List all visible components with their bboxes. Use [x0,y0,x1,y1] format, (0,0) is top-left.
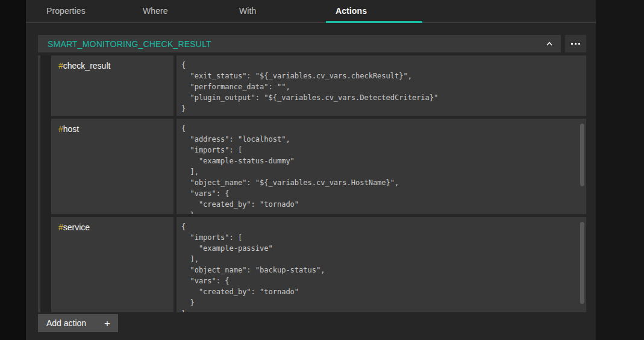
overflow-menu-icon [575,43,577,45]
action-key-label: service [63,222,90,232]
left-margin-strip [0,0,26,340]
action-row-host: #host { "address": "localhost", "imports… [51,119,586,214]
add-action-label: Add action [46,318,86,328]
overflow-menu-icon [571,43,573,45]
add-action-button[interactable]: Add action + [38,314,118,332]
json-editor-check-result[interactable]: { "exit_status": "${_variables.cv_vars.c… [177,55,586,114]
plus-icon: + [104,318,110,329]
action-key-host: #host [51,119,174,214]
hash-prefix: # [58,222,63,232]
action-panel-header[interactable]: SMART_MONITORING_CHECK_RESULT [38,35,561,52]
rule-editor-content: Properties Where With Actions SMART_MONI… [26,0,596,340]
action-code-check-result[interactable]: { "exit_status": "${_variables.cv_vars.c… [177,55,586,116]
action-key-label: host [63,124,79,134]
hash-prefix: # [58,61,63,71]
hash-prefix: # [58,124,63,134]
action-code-service[interactable]: { "imports": [ "example-passive" ], "obj… [177,217,586,312]
chevron-up-icon[interactable] [545,40,554,48]
action-key-check-result: #check_result [51,55,174,116]
action-panel-body: #check_result { "exit_status": "${_varia… [38,55,586,312]
json-editor-host[interactable]: { "address": "localhost", "imports": [ "… [177,119,586,214]
action-code-host[interactable]: { "address": "localhost", "imports": [ "… [177,119,586,214]
tab-bar: Properties Where With Actions [26,0,596,23]
tab-with[interactable]: With [230,0,326,22]
scrollbar-thumb[interactable] [580,124,584,186]
json-editor-service[interactable]: { "imports": [ "example-passive" ], "obj… [177,217,586,312]
action-row-service: #service { "imports": [ "example-passive… [51,217,586,312]
action-panel-title: SMART_MONITORING_CHECK_RESULT [48,39,545,49]
overflow-menu-button[interactable] [565,35,586,52]
action-key-service: #service [51,217,174,312]
action-row-check-result: #check_result { "exit_status": "${_varia… [51,55,586,116]
action-key-label: check_result [63,61,111,71]
tab-properties[interactable]: Properties [37,0,133,22]
panel-indent-rail [38,55,51,312]
tab-where[interactable]: Where [133,0,230,22]
overflow-menu-icon [578,43,580,45]
scrollbar-thumb[interactable] [580,222,584,304]
tab-actions[interactable]: Actions [326,0,422,22]
